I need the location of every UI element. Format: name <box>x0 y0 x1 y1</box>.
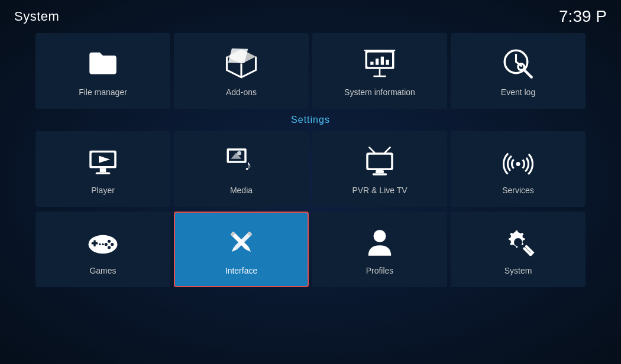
media-icon: ♪ <box>222 143 260 181</box>
tile-pvr-live-tv[interactable]: PVR & Live TV <box>312 131 447 207</box>
tile-add-ons[interactable]: Add-ons <box>174 33 309 109</box>
broadcast-icon <box>499 143 537 181</box>
tile-file-manager[interactable]: File manager <box>35 33 170 109</box>
tile-services[interactable]: Services <box>451 131 586 207</box>
settings-section-label: Settings <box>0 115 621 125</box>
tile-player-label: Player <box>91 186 115 195</box>
page-title: System <box>14 9 59 24</box>
tile-event-log[interactable]: Event log <box>451 33 586 109</box>
gamepad-icon <box>84 223 122 261</box>
tile-media[interactable]: ♪ Media <box>174 131 309 207</box>
settings-tiles-row: Player ♪ Media <box>0 131 621 207</box>
tile-file-manager-label: File manager <box>79 87 127 97</box>
tile-interface[interactable]: Interface <box>174 212 309 287</box>
person-icon <box>361 223 399 261</box>
svg-rect-40 <box>93 240 96 247</box>
box-icon <box>222 45 260 83</box>
tile-games[interactable]: Games <box>35 212 170 287</box>
svg-rect-6 <box>370 62 373 65</box>
svg-point-53 <box>374 230 386 242</box>
tile-event-log-label: Event log <box>501 87 535 97</box>
svg-rect-33 <box>373 173 387 176</box>
tile-profiles[interactable]: Profiles <box>312 212 447 287</box>
tile-games-label: Games <box>89 266 116 275</box>
svg-point-45 <box>99 243 101 246</box>
svg-point-41 <box>108 240 111 243</box>
svg-point-44 <box>105 243 108 246</box>
tile-system-label: System <box>504 266 532 275</box>
svg-rect-9 <box>386 60 389 65</box>
top-tiles-row: File manager Add-ons <box>0 33 621 109</box>
tile-media-label: Media <box>230 186 253 195</box>
tile-pvr-live-tv-label: PVR & Live TV <box>352 186 407 195</box>
tv-icon <box>361 143 399 181</box>
tile-player[interactable]: Player <box>35 131 170 207</box>
svg-point-17 <box>518 64 525 70</box>
tile-services-label: Services <box>502 186 534 195</box>
play-icon <box>84 143 122 181</box>
svg-line-16 <box>525 70 532 77</box>
svg-point-46 <box>102 243 104 246</box>
svg-point-37 <box>516 162 520 166</box>
presentation-icon <box>361 45 399 83</box>
clock-search-icon <box>499 45 537 83</box>
bottom-tiles-row: Games <box>0 212 621 287</box>
svg-rect-29 <box>368 155 392 168</box>
tile-system-information-label: System information <box>344 87 415 97</box>
svg-text:♪: ♪ <box>244 157 251 173</box>
svg-rect-8 <box>381 57 384 65</box>
gear-fork-icon <box>499 223 537 261</box>
svg-rect-32 <box>376 170 384 173</box>
svg-line-30 <box>370 148 375 153</box>
svg-point-54 <box>514 238 522 246</box>
svg-point-42 <box>111 243 114 246</box>
tile-profiles-label: Profiles <box>366 266 394 275</box>
tile-interface-label: Interface <box>225 266 257 275</box>
pencil-cross-icon <box>222 223 260 261</box>
svg-rect-21 <box>100 168 106 173</box>
folder-icon <box>84 45 122 83</box>
tile-system[interactable]: System <box>451 212 586 287</box>
tile-system-information[interactable]: System information <box>312 33 447 109</box>
svg-line-31 <box>385 148 390 153</box>
svg-point-43 <box>108 246 111 249</box>
clock: 7:39 P <box>559 7 607 26</box>
svg-rect-7 <box>376 58 379 65</box>
svg-rect-22 <box>96 173 111 175</box>
svg-point-26 <box>237 151 241 155</box>
tile-add-ons-label: Add-ons <box>226 87 257 97</box>
